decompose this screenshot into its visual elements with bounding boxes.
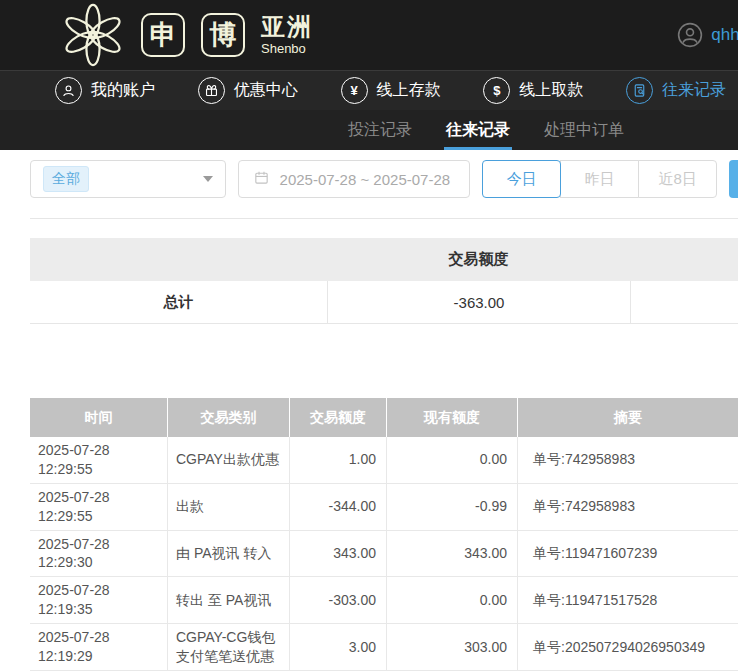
filter-row: 全部 2025-07-28 ~ 2025-07-28 今日 昨日 近8日: [30, 160, 738, 198]
nav-label: 我的账户: [91, 80, 155, 101]
nav-item-my-account[interactable]: 我的账户: [55, 77, 155, 104]
cell-type: 转出 至 PA视讯: [168, 577, 290, 623]
cell-type: 由 PA视讯 转入: [168, 531, 290, 577]
summary-total-label: 总计: [30, 281, 327, 323]
table-row: 2025-07-28 12:29:30 由 PA视讯 转入 343.00 343…: [30, 531, 738, 578]
chevron-down-icon: [203, 176, 213, 182]
cell-time: 2025-07-28 12:29:55: [30, 437, 168, 483]
summary-total-empty: [630, 281, 738, 323]
col-header-type: 交易类别: [168, 398, 290, 437]
cell-summary: 单号:742958983: [518, 437, 738, 483]
date-range-value: 2025-07-28 ~ 2025-07-28: [280, 171, 451, 188]
cell-time: 2025-07-28 12:19:35: [30, 577, 168, 623]
type-select-value: 全部: [43, 166, 89, 192]
col-header-summary: 摘要: [518, 398, 738, 437]
nav-item-deposit[interactable]: ¥ 线上存款: [341, 77, 441, 104]
user-icon: [55, 77, 82, 104]
tab-transaction-records[interactable]: 往来记录: [446, 110, 510, 150]
cell-balance: 0.00: [387, 437, 518, 483]
quick-date-buttons: 今日 昨日 近8日: [482, 160, 717, 198]
main-nav: 我的账户 优惠中心 ¥ 线上存款 $ 线上取款 往来记录: [0, 70, 738, 110]
records-tab-bar: 投注记录 往来记录 处理中订单: [0, 110, 738, 150]
gift-icon: [198, 77, 225, 104]
cell-summary: 单号:202507294026950349: [518, 624, 738, 670]
search-button[interactable]: [729, 160, 738, 198]
nav-label: 优惠中心: [234, 80, 298, 101]
table-row: 2025-07-28 12:19:29 CGPAY-CG钱包支付笔笔送优惠 3.…: [30, 624, 738, 671]
cell-summary: 单号:742958983: [518, 484, 738, 530]
records-icon: [626, 77, 653, 104]
avatar-icon: [677, 22, 703, 48]
nav-item-withdraw[interactable]: $ 线上取款: [483, 77, 583, 104]
calendar-icon: [253, 169, 270, 189]
cell-summary: 单号:119471517528: [518, 577, 738, 623]
last-8-days-button[interactable]: 近8日: [638, 160, 717, 198]
transactions-table: 时间 交易类别 交易额度 现有额度 摘要 2025-07-28 12:29:55…: [30, 398, 738, 671]
col-header-balance: 现有额度: [387, 398, 518, 437]
nav-label: 往来记录: [662, 80, 726, 101]
date-range-picker[interactable]: 2025-07-28 ~ 2025-07-28: [238, 160, 471, 198]
cell-amount: 343.00: [290, 531, 387, 577]
logo-char-1: 申: [141, 13, 185, 57]
section-divider: [30, 218, 738, 219]
user-area[interactable]: qhhw: [677, 0, 738, 70]
deposit-icon: ¥: [341, 77, 368, 104]
type-select[interactable]: 全部: [30, 160, 226, 198]
summary-header-amount: 交易额度: [327, 250, 630, 269]
cell-amount: -344.00: [290, 484, 387, 530]
summary-total-row: 总计 -363.00: [30, 281, 738, 324]
cell-balance: 343.00: [387, 531, 518, 577]
cell-amount: -303.00: [290, 577, 387, 623]
summary-header-row: 交易额度: [30, 238, 738, 281]
table-header-row: 时间 交易类别 交易额度 现有额度 摘要: [30, 398, 738, 437]
summary-total-value: -363.00: [327, 281, 630, 323]
cell-type: 出款: [168, 484, 290, 530]
cell-balance: 303.00: [387, 624, 518, 670]
top-header: 申 博 亚洲 Shenbo qhhw: [0, 0, 738, 70]
cell-type: CGPAY出款优惠: [168, 437, 290, 483]
nav-label: 线上取款: [519, 80, 583, 101]
flower-icon: [55, 3, 131, 67]
cell-summary: 单号:119471607239: [518, 531, 738, 577]
table-row: 2025-07-28 12:29:55 CGPAY出款优惠 1.00 0.00 …: [30, 437, 738, 484]
cell-balance: 0.00: [387, 577, 518, 623]
col-header-amount: 交易额度: [290, 398, 387, 437]
table-row: 2025-07-28 12:29:55 出款 -344.00 -0.99 单号:…: [30, 484, 738, 531]
nav-item-promotions[interactable]: 优惠中心: [198, 77, 298, 104]
cell-amount: 3.00: [290, 624, 387, 670]
cell-balance: -0.99: [387, 484, 518, 530]
username[interactable]: qhhw: [711, 25, 738, 45]
tab-betting-records[interactable]: 投注记录: [348, 110, 412, 150]
nav-item-records[interactable]: 往来记录: [626, 77, 726, 104]
col-header-time: 时间: [30, 398, 168, 437]
cell-amount: 1.00: [290, 437, 387, 483]
cell-time: 2025-07-28 12:29:30: [30, 531, 168, 577]
nav-label: 线上存款: [377, 80, 441, 101]
yesterday-button[interactable]: 昨日: [560, 160, 639, 198]
table-row: 2025-07-28 12:19:35 转出 至 PA视讯 -303.00 0.…: [30, 577, 738, 624]
today-button[interactable]: 今日: [482, 160, 561, 198]
brand-logo[interactable]: 申 博 亚洲 Shenbo: [55, 3, 313, 67]
withdraw-icon: $: [483, 77, 510, 104]
summary-table: 交易额度 总计 -363.00: [30, 238, 738, 324]
cell-type: CGPAY-CG钱包支付笔笔送优惠: [168, 624, 290, 670]
logo-en: Shenbo: [261, 42, 313, 55]
logo-region: 亚洲: [261, 15, 313, 39]
logo-char-2: 博: [201, 13, 245, 57]
logo-text: 亚洲 Shenbo: [261, 15, 313, 55]
cell-time: 2025-07-28 12:19:29: [30, 624, 168, 670]
tab-processing-orders[interactable]: 处理中订单: [544, 110, 624, 150]
cell-time: 2025-07-28 12:29:55: [30, 484, 168, 530]
